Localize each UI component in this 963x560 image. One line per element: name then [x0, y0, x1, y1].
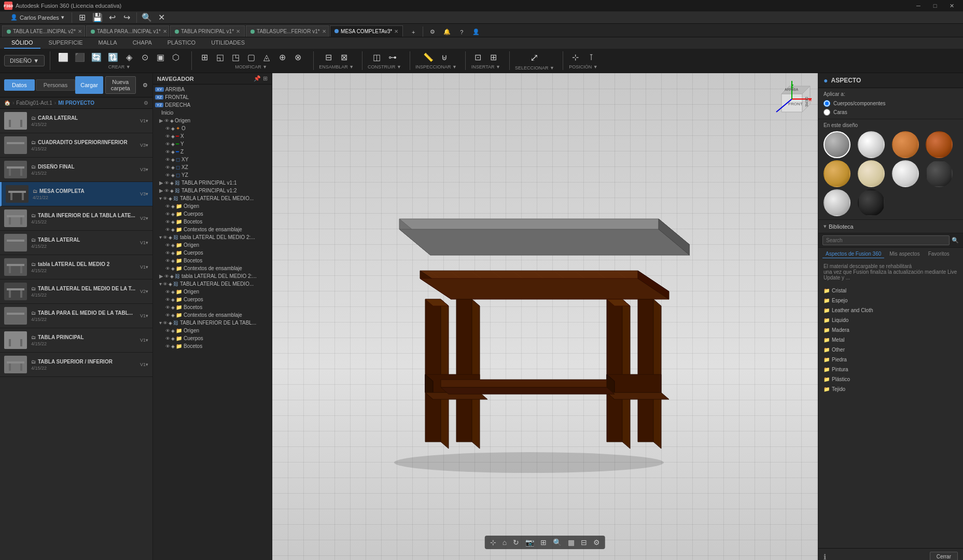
radio-faces[interactable]: Caras [824, 109, 958, 116]
undo-button[interactable]: ↩ [105, 12, 120, 23]
nav-tree-item-16[interactable]: 👁◈📁Origen [153, 241, 272, 249]
library-folder-0[interactable]: 📁Cristal [818, 286, 963, 296]
new-tab-button[interactable]: + [406, 27, 421, 37]
panel-tab-personas[interactable]: Personas [36, 79, 75, 91]
select-button[interactable]: ⤢ [527, 51, 542, 64]
lib-tab-favorites[interactable]: Favoritos [925, 250, 953, 258]
decal-button[interactable]: ⊞ [486, 52, 501, 63]
radio-faces-input[interactable] [824, 109, 830, 116]
file-item-3[interactable]: 🗂MESA COMPLETA 4/21/22 V3▾ [0, 182, 152, 206]
library-folder-7[interactable]: 📁Piedra [818, 355, 963, 365]
nav-tree-item-1[interactable]: 👁◈✦O [153, 124, 272, 132]
shell-button[interactable]: ▢ [244, 52, 258, 63]
material-swatch-m1[interactable] [824, 131, 850, 158]
user-menu[interactable]: 👤 Carlos Paredes ▾ [6, 11, 68, 24]
library-folder-8[interactable]: 📁Pintura [818, 365, 963, 374]
material-swatch-m5[interactable] [824, 160, 850, 187]
search-submit-icon[interactable]: 🔍 [952, 237, 959, 244]
nav-tree-item-3[interactable]: 👁◈━Y [153, 140, 272, 148]
redo-button[interactable]: ↪ [120, 12, 134, 23]
notification-button[interactable]: 🔔 [440, 27, 454, 37]
nav-tree-item-7[interactable]: 👁◈◻YZ [153, 171, 272, 179]
nav-tree-item-5[interactable]: 👁◈◻XY [153, 156, 272, 163]
nav-tree-item-19[interactable]: 👁◈📁Contextos de ensamblaje [153, 264, 272, 272]
toolbar-tab-superficie[interactable]: SUPERFICIE [41, 37, 90, 49]
create-2d-button[interactable]: ⬜ [55, 52, 71, 63]
box-button[interactable]: ▣ [153, 52, 168, 63]
loft-button[interactable]: ◈ [122, 52, 136, 63]
nav-tree-item-18[interactable]: 👁◈📁Bocetos [153, 257, 272, 264]
nav-tree-item-23[interactable]: 👁◈📁Cuerpos [153, 296, 272, 303]
nav-tree-item-0[interactable]: ▶👁◈Origen [153, 117, 272, 124]
library-folder-2[interactable]: 📁Leather and Cloth [818, 305, 963, 315]
grid-menu-button[interactable]: ⊞ [75, 12, 90, 23]
revolve-button[interactable]: 🔄 [89, 52, 104, 63]
tab-0[interactable]: TABLA LATE...INCIPAL v2*✕ [2, 25, 85, 37]
account-button[interactable]: 👤 [469, 27, 483, 37]
toolbar-tab-utilidades[interactable]: UTILIDADES [204, 37, 252, 49]
material-swatch-m4[interactable] [926, 131, 953, 158]
hole-button[interactable]: ⊙ [137, 52, 152, 63]
vp-home-button[interactable]: ⌂ [500, 537, 509, 548]
nav-tree-item-8[interactable]: ▶👁◈⛓TABLA PRINCIPAL v1:1 [153, 179, 272, 187]
cylinder-button[interactable]: ⬡ [169, 52, 183, 63]
library-folder-10[interactable]: 📁Tejido [818, 384, 963, 394]
tab-3[interactable]: TABLASUPE...FERIOR v1*✕ [246, 25, 329, 37]
cerrar-button[interactable]: Cerrar [930, 552, 958, 560]
tab-1[interactable]: TABLA PARA...INCIPAL v1*✕ [86, 25, 169, 37]
nav-tree-item-22[interactable]: 👁◈📁Origen [153, 288, 272, 296]
viewport[interactable]: ⊹ ⌂ ↻ 📷 ⊞ 🔍 ▦ ⊟ ⚙ [272, 73, 818, 560]
nav-view-derecha[interactable]: YZ DERECHA [153, 101, 272, 109]
toolbar-tab-solido[interactable]: SÓLIDO [4, 37, 40, 49]
material-swatch-m8[interactable] [926, 160, 953, 187]
file-item-6[interactable]: 🗂tabla LATERAL DEL MEDIO 2 4/15/22 V1▾ [0, 255, 152, 279]
nav-view-arriba[interactable]: XY ARRIBA [153, 86, 272, 93]
nav-tree-item-24[interactable]: 👁◈📁Bocetos [153, 303, 272, 311]
material-swatch-m2[interactable] [858, 131, 885, 158]
nav-tree-item-11[interactable]: 👁◈📁Origen [153, 202, 272, 210]
nav-tree-item-28[interactable]: 👁◈📁Cuerpos [153, 334, 272, 342]
lib-tab-fusion[interactable]: Aspectos de Fusion 360 [822, 250, 884, 258]
nav-tree-item-2[interactable]: 👁◈━X [153, 132, 272, 140]
library-folder-4[interactable]: 📁Madera [818, 325, 963, 335]
file-item-0[interactable]: 🗂CARA LATERAL 4/15/22 V1▾ [0, 109, 152, 133]
minimize-button[interactable]: ─ [911, 0, 926, 11]
nav-tree-item-4[interactable]: 👁◈━Z [153, 148, 272, 156]
combine-button[interactable]: ⊗ [290, 52, 305, 63]
library-folder-1[interactable]: 📁Espejo [818, 296, 963, 305]
cargar-button[interactable]: Cargar [75, 76, 103, 94]
insert-mesh-button[interactable]: ⊡ [471, 52, 485, 63]
library-folder-6[interactable]: 📁Other [818, 345, 963, 355]
nav-tree-item-17[interactable]: 👁◈📁Cuerpos [153, 249, 272, 257]
axis-button[interactable]: ⊶ [385, 52, 400, 63]
file-item-7[interactable]: 🗂TABLA LATERAL DEL MEDIO DE LA T... 4/15… [0, 279, 152, 304]
maximize-button[interactable]: □ [928, 0, 942, 11]
nav-expand-icon[interactable]: ⊞ [263, 75, 268, 82]
vp-grid-button[interactable]: ⊟ [579, 537, 589, 548]
breadcrumb-home[interactable]: 🏠 [4, 100, 10, 106]
vp-move-button[interactable]: ⊹ [488, 537, 498, 548]
vp-zoom-fit-button[interactable]: ⊞ [538, 537, 549, 548]
measure-button[interactable]: 📏 [421, 52, 436, 63]
info-icon[interactable]: ℹ [824, 553, 826, 561]
nav-view-inicio[interactable]: Inicio [153, 109, 272, 117]
material-swatch-m7[interactable] [892, 160, 919, 187]
file-item-2[interactable]: 🗂DISEÑO FINAL 4/15/22 V3▾ [0, 158, 152, 182]
nav-view-frontal[interactable]: XZ FRONTAL [153, 93, 272, 101]
nav-tree-item-10[interactable]: ▾👁◈⛓TABLA LATERAL DEL MEDIO... [153, 194, 272, 202]
toolbar-tab-plastico[interactable]: PLÁSTICO [160, 37, 203, 49]
nav-tree-item-21[interactable]: ▾👁◈⛓TABLA LATERAL DEL MEDIO... [153, 280, 272, 288]
tab-4-active[interactable]: MESA COMPLETAv3*✕ [330, 25, 403, 37]
breadcrumb-project[interactable]: FabDig01-Act.1 [16, 100, 52, 106]
vp-zoom-button[interactable]: 🔍 [551, 537, 564, 548]
close-button[interactable]: ✕ [944, 0, 959, 11]
radio-bodies-input[interactable] [824, 100, 830, 107]
file-item-5[interactable]: 🗂TABLA LATERAL 4/15/22 V1▾ [0, 231, 152, 255]
tab-close-0[interactable]: ✕ [78, 29, 82, 34]
nav-tree-item-14[interactable]: 👁◈📁Contextos de ensamblaje [153, 226, 272, 233]
nav-tree-item-27[interactable]: 👁◈📁Origen [153, 327, 272, 334]
search-button[interactable]: 🔍 [139, 12, 155, 23]
close-toolbar-button[interactable]: ✕ [155, 12, 169, 23]
joint-button[interactable]: ⊟ [322, 52, 336, 63]
panel-tab-datos[interactable]: Datos [4, 79, 35, 91]
